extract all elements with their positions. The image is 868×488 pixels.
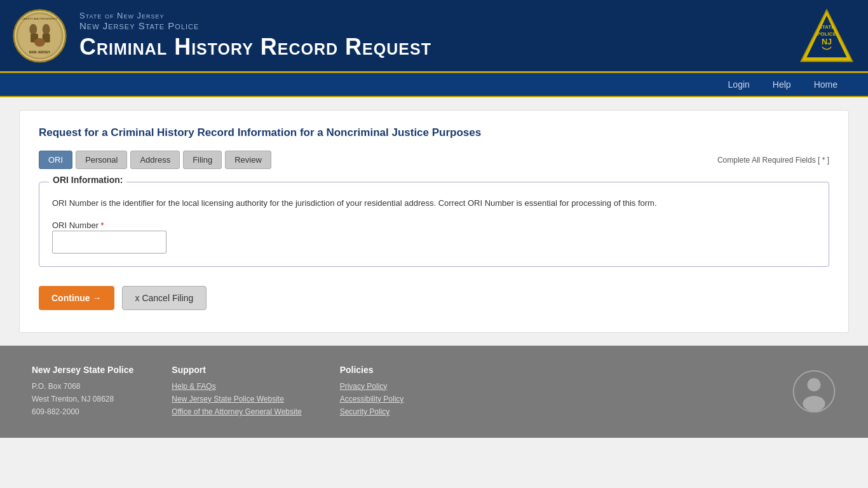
required-star: * <box>101 220 104 230</box>
footer-address: West Trenton, NJ 08628 <box>32 393 133 405</box>
home-link[interactable]: Home <box>803 73 849 96</box>
svg-point-17 <box>803 396 825 412</box>
login-link[interactable]: Login <box>717 73 761 96</box>
continue-button[interactable]: Continue → <box>39 286 114 310</box>
state-label: State of New Jersey <box>79 11 798 20</box>
svg-text:NEW JERSEY: NEW JERSEY <box>29 50 51 53</box>
ori-info-text: ORI Number is the identifier for the loc… <box>52 197 816 210</box>
ori-section: ORI Information: ORI Number is the ident… <box>39 182 829 267</box>
svg-text:NJ: NJ <box>822 37 832 46</box>
svg-point-16 <box>808 378 821 391</box>
tab-address[interactable]: Address <box>130 151 180 169</box>
privacy-policy-link[interactable]: Privacy Policy <box>340 380 404 393</box>
footer-person-icon <box>792 369 836 414</box>
svg-point-4 <box>43 24 50 34</box>
main-navbar: Login Help Home <box>0 73 868 97</box>
header-text-block: State of New Jersey New Jersey State Pol… <box>79 11 798 60</box>
nj-seal: NEW JERSEY LIBERTY AND PROSPERITY <box>13 9 67 63</box>
svg-text:POLICE: POLICE <box>817 31 837 37</box>
ori-number-input[interactable] <box>52 231 166 254</box>
accessibility-policy-link[interactable]: Accessibility Policy <box>340 393 404 405</box>
ori-section-legend: ORI Information: <box>49 175 126 185</box>
svg-text:STATE: STATE <box>818 24 835 30</box>
tab-filing[interactable]: Filing <box>183 151 222 169</box>
svg-text:LIBERTY AND PROSPERITY: LIBERTY AND PROSPERITY <box>22 17 57 20</box>
help-link[interactable]: Help <box>761 73 803 96</box>
tabs-row: ORI Personal Address Filing Review Compl… <box>39 151 829 169</box>
form-card: Request for a Criminal History Record In… <box>19 110 849 333</box>
dept-label: New Jersey State Police <box>79 20 798 31</box>
buttons-row: Continue → x Cancel Filing <box>39 286 829 310</box>
site-header: NEW JERSEY LIBERTY AND PROSPERITY State … <box>0 0 868 73</box>
security-policy-link[interactable]: Security Policy <box>340 405 404 418</box>
footer-col-policies: Policies Privacy Policy Accessibility Po… <box>340 365 404 419</box>
svg-point-3 <box>29 24 37 34</box>
ag-website-link[interactable]: Office of the Attorney General Website <box>172 405 301 418</box>
cancel-button[interactable]: x Cancel Filing <box>122 286 207 310</box>
footer-logo-col <box>792 365 836 419</box>
tab-ori[interactable]: ORI <box>39 151 72 169</box>
tab-personal[interactable]: Personal <box>76 151 127 169</box>
footer-phone: 609-882-2000 <box>32 405 133 418</box>
footer-col-support: Support Help & FAQs New Jersey State Pol… <box>172 365 301 419</box>
footer-po-box: P.O. Box 7068 <box>32 380 133 393</box>
njsp-website-link[interactable]: New Jersey State Police Website <box>172 393 301 405</box>
njsp-badge: STATE POLICE NJ <box>798 7 855 64</box>
svg-point-7 <box>34 37 45 46</box>
required-note: Complete All Required Fields [ * ] <box>717 156 829 165</box>
footer-support-heading: Support <box>172 365 301 375</box>
main-content: Request for a Criminal History Record In… <box>0 97 868 346</box>
tab-review[interactable]: Review <box>225 151 271 169</box>
page-main-title: Criminal History Record Request <box>79 34 798 60</box>
help-faqs-link[interactable]: Help & FAQs <box>172 380 301 393</box>
form-page-title: Request for a Criminal History Record In… <box>39 126 829 139</box>
footer-col-njsp: New Jersey State Police P.O. Box 7068 We… <box>32 365 133 419</box>
footer-njsp-heading: New Jersey State Police <box>32 365 133 375</box>
footer-policies-heading: Policies <box>340 365 404 375</box>
ori-number-label: ORI Number * <box>52 220 104 230</box>
site-footer: New Jersey State Police P.O. Box 7068 We… <box>0 346 868 438</box>
